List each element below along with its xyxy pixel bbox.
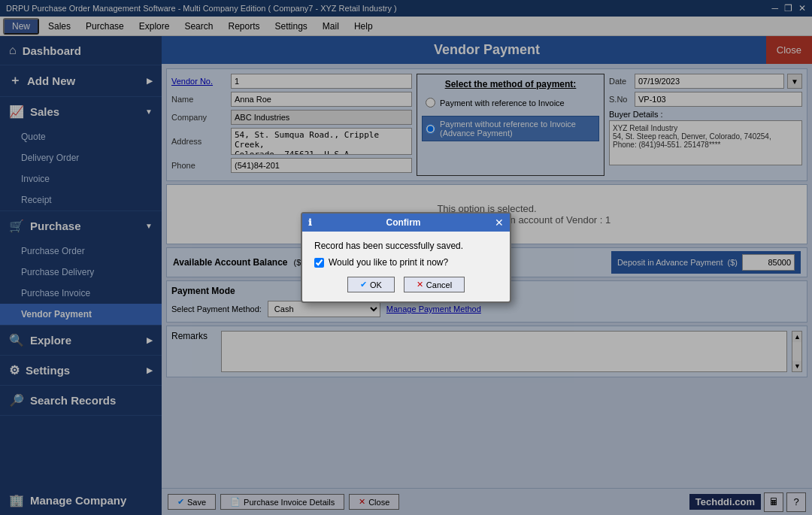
dialog-icon: ℹ <box>308 217 312 228</box>
ok-check-icon: ✔ <box>360 280 367 289</box>
dialog-title: Confirm <box>386 217 421 228</box>
dialog-close-button[interactable]: ✕ <box>495 217 504 229</box>
dialog-print-checkbox[interactable] <box>314 258 324 268</box>
dialog-title-bar: ℹ Confirm ✕ <box>302 214 510 232</box>
dialog-checkbox-row: Would you like to print it now? <box>314 257 498 268</box>
dialog-cancel-button[interactable]: ✕ Cancel <box>404 277 465 292</box>
dialog-message: Record has been successfully saved. <box>314 241 498 251</box>
dialog-checkbox-label: Would you like to print it now? <box>329 257 448 268</box>
confirm-dialog: ℹ Confirm ✕ Record has been successfully… <box>301 212 511 303</box>
dialog-body: Record has been successfully saved. Woul… <box>302 232 510 301</box>
dialog-ok-button[interactable]: ✔ OK <box>347 277 395 292</box>
cancel-label: Cancel <box>426 280 452 289</box>
cancel-x-icon: ✕ <box>417 280 423 289</box>
ok-label: OK <box>370 280 382 289</box>
confirm-dialog-overlay: ℹ Confirm ✕ Record has been successfully… <box>0 0 812 515</box>
dialog-buttons: ✔ OK ✕ Cancel <box>314 277 498 292</box>
